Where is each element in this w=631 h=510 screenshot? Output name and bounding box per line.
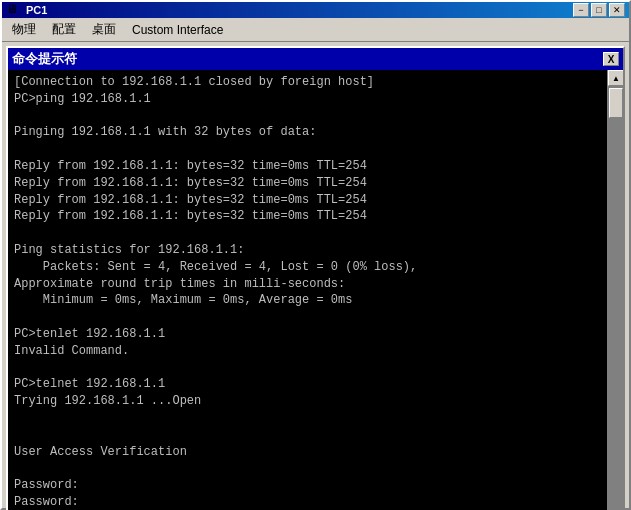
scroll-up-button[interactable]: ▲ (608, 70, 623, 86)
cmd-window: 命令提示符 X [Connection to 192.168.1.1 close… (6, 46, 625, 510)
title-bar-buttons: − □ ✕ (573, 3, 625, 17)
close-button[interactable]: ✕ (609, 3, 625, 17)
scroll-track (608, 86, 623, 510)
window-title: PC1 (26, 4, 569, 16)
content-area: 命令提示符 X [Connection to 192.168.1.1 close… (2, 42, 629, 510)
maximize-button[interactable]: □ (591, 3, 607, 17)
menu-physical[interactable]: 物理 (4, 18, 44, 41)
scroll-thumb[interactable] (609, 88, 623, 118)
cmd-scrollbar: ▲ ▼ (607, 70, 623, 510)
menu-bar: 物理 配置 桌面 Custom Interface (2, 18, 629, 42)
cmd-content[interactable]: [Connection to 192.168.1.1 closed by for… (8, 70, 607, 510)
menu-config[interactable]: 配置 (44, 18, 84, 41)
main-window: 🖥 PC1 − □ ✕ 物理 配置 桌面 Custom Interface 命令… (0, 0, 631, 510)
menu-custom[interactable]: Custom Interface (124, 20, 231, 40)
cmd-title-bar: 命令提示符 X (8, 48, 623, 70)
menu-desktop[interactable]: 桌面 (84, 18, 124, 41)
cmd-body: [Connection to 192.168.1.1 closed by for… (8, 70, 623, 510)
window-icon: 🖥 (6, 2, 22, 18)
title-bar: 🖥 PC1 − □ ✕ (2, 2, 629, 18)
minimize-button[interactable]: − (573, 3, 589, 17)
cmd-title-text: 命令提示符 (12, 50, 77, 68)
cmd-close-button[interactable]: X (603, 52, 619, 66)
